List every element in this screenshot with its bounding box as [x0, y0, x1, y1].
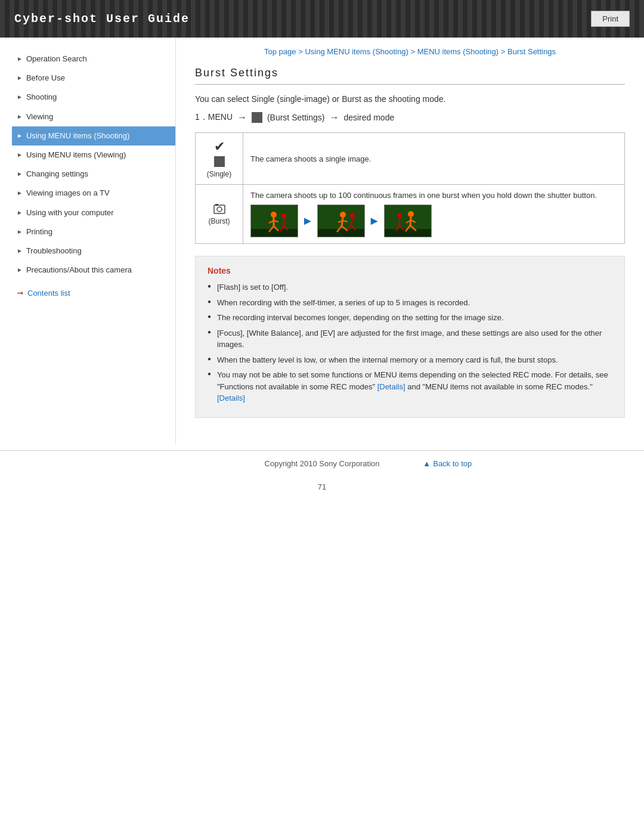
app-title: Cyber-shot User Guide [14, 12, 190, 26]
details-link-1[interactable]: [Details] [377, 382, 405, 391]
note-text-3: The recording interval becomes longer, d… [217, 313, 504, 322]
single-mode-icon [214, 156, 225, 167]
sidebar-item-using-menu-viewing[interactable]: ► Using MENU items (Viewing) [12, 145, 175, 165]
breadcrumb-top[interactable]: Top page [264, 47, 296, 56]
list-item: You may not be able to set some function… [208, 369, 612, 404]
svg-line-18 [342, 218, 343, 226]
menu-instruction-suffix: desired mode [343, 113, 394, 122]
sidebar-item-before-use[interactable]: ► Before Use [12, 69, 175, 88]
single-icon-cell: ✔ (Single) [196, 133, 243, 185]
note-text-2: When recording with the self-timer, a se… [217, 298, 470, 307]
page-description: You can select Single (single-image) or … [195, 94, 625, 104]
arrow-icon: ► [17, 74, 23, 82]
sidebar-item-label: Shooting [26, 92, 57, 103]
list-item: The recording interval becomes longer, d… [208, 312, 612, 324]
sidebar-item-using-computer[interactable]: ► Using with your computer [12, 203, 175, 222]
burst-description-cell: The camera shoots up to 100 continuous f… [243, 185, 625, 244]
svg-point-29 [408, 211, 414, 217]
menu-instruction-prefix: 1．MENU [195, 112, 233, 123]
runner-svg-2 [318, 205, 365, 237]
sidebar-item-precautions[interactable]: ► Precautions/About this camera [12, 261, 175, 280]
sidebar-item-printing[interactable]: ► Printing [12, 222, 175, 241]
menu-arrow2-icon: → [329, 112, 339, 123]
sidebar-item-label: Viewing [26, 112, 53, 122]
print-button[interactable]: Print [591, 11, 630, 27]
menu-icon-square [252, 112, 262, 123]
sidebar-item-label: Viewing images on a TV [26, 188, 110, 199]
arrow-icon: ► [17, 247, 23, 255]
back-to-top-label: Back to top [433, 459, 472, 468]
back-to-top-link[interactable]: ▲ Back to top [423, 459, 625, 468]
arrow-right-icon: ➞ [17, 288, 24, 298]
svg-rect-4 [251, 229, 298, 237]
breadcrumb-current: Burst Settings [507, 47, 556, 56]
sidebar-item-using-menu-shooting[interactable]: ► Using MENU items (Shooting) [12, 126, 175, 145]
note-text-6b: and "MENU items not available in some RE… [405, 382, 593, 391]
sidebar-item-label: Using with your computer [26, 208, 114, 218]
sidebar-item-label: Operation Search [26, 54, 87, 64]
sidebar: ► Operation Search ► Before Use ► Shooti… [0, 38, 176, 444]
arrow-icon: ► [17, 55, 23, 63]
footer: Copyright 2010 Sony Corporation ▲ Back t… [0, 450, 644, 476]
notes-list: [Flash] is set to [Off]. When recording … [208, 281, 612, 404]
back-to-top-container: ▲ Back to top [423, 459, 625, 468]
burst-svg-icon [213, 203, 226, 216]
back-to-top-arrow-icon: ▲ [423, 459, 431, 468]
breadcrumb: Top page > Using MENU items (Shooting) >… [195, 47, 625, 56]
breadcrumb-sep2: > [410, 47, 417, 56]
svg-point-17 [340, 212, 346, 218]
page-title: Burst Settings [195, 67, 625, 85]
svg-rect-0 [214, 205, 225, 213]
arrow-icon: ► [17, 209, 23, 217]
notes-section: Notes [Flash] is set to [Off]. When reco… [195, 256, 625, 418]
sidebar-item-viewing-tv[interactable]: ► Viewing images on a TV [12, 184, 175, 203]
arrow-icon: ► [17, 189, 23, 197]
single-label: (Single) [203, 170, 236, 178]
header: Cyber-shot User Guide Print [0, 0, 644, 38]
arrow-icon: ► [17, 113, 23, 121]
burst-arrow-icon-1: ► [302, 214, 314, 228]
runner-svg-1 [251, 205, 298, 237]
breadcrumb-sep1: > [298, 47, 305, 56]
sidebar-item-label: Using MENU items (Viewing) [26, 150, 126, 160]
sidebar-item-label: Before Use [26, 73, 65, 83]
details-link-2[interactable]: [Details] [217, 394, 245, 402]
list-item: When recording with the self-timer, a se… [208, 297, 612, 309]
single-description: The camera shoots a single image. [243, 133, 625, 185]
arrow-icon: ► [17, 93, 23, 101]
burst-image-1 [250, 205, 298, 237]
burst-images: ► [250, 205, 617, 237]
svg-point-35 [397, 213, 402, 218]
burst-arrow-icon-2: ► [369, 214, 380, 228]
svg-point-5 [271, 212, 277, 218]
burst-description-text: The camera shoots up to 100 continuous f… [250, 191, 617, 200]
sidebar-item-troubleshooting[interactable]: ► Troubleshooting [12, 241, 175, 261]
burst-icon-cell: (Burst) [196, 185, 243, 244]
list-item: [Focus], [White Balance], and [EV] are a… [208, 327, 612, 351]
breadcrumb-menu-items-shooting[interactable]: MENU items (Shooting) [417, 47, 499, 56]
svg-point-2 [217, 207, 222, 212]
note-text-4: [Focus], [White Balance], and [EV] are a… [217, 329, 602, 349]
svg-line-30 [410, 217, 411, 225]
sidebar-item-label: Printing [26, 227, 52, 237]
sidebar-item-operation-search[interactable]: ► Operation Search [12, 49, 175, 69]
svg-point-23 [350, 213, 355, 218]
sidebar-item-viewing[interactable]: ► Viewing [12, 107, 175, 126]
sidebar-item-changing-settings[interactable]: ► Changing settings [12, 165, 175, 184]
page-wrapper: ► Operation Search ► Before Use ► Shooti… [0, 38, 644, 444]
note-text-5: When the battery level is low, or when t… [217, 355, 558, 364]
breadcrumb-using-menu-shooting[interactable]: Using MENU items (Shooting) [305, 47, 408, 56]
svg-point-11 [281, 213, 286, 218]
arrow-icon: ► [17, 132, 23, 140]
table-row-single: ✔ (Single) The camera shoots a single im… [196, 133, 625, 185]
checkmark-icon: ✔ [203, 139, 236, 154]
arrow-icon: ► [17, 170, 23, 178]
contents-list-link[interactable]: ➞ Contents list [12, 288, 175, 298]
list-item: When the battery level is low, or when t… [208, 354, 612, 366]
copyright: Copyright 2010 Sony Corporation [221, 459, 423, 468]
page-number: 71 [0, 476, 644, 503]
main-content: Top page > Using MENU items (Shooting) >… [176, 38, 644, 444]
burst-mode-icon: (Burst) [203, 203, 236, 225]
svg-rect-1 [215, 204, 218, 206]
sidebar-item-shooting[interactable]: ► Shooting [12, 88, 175, 107]
